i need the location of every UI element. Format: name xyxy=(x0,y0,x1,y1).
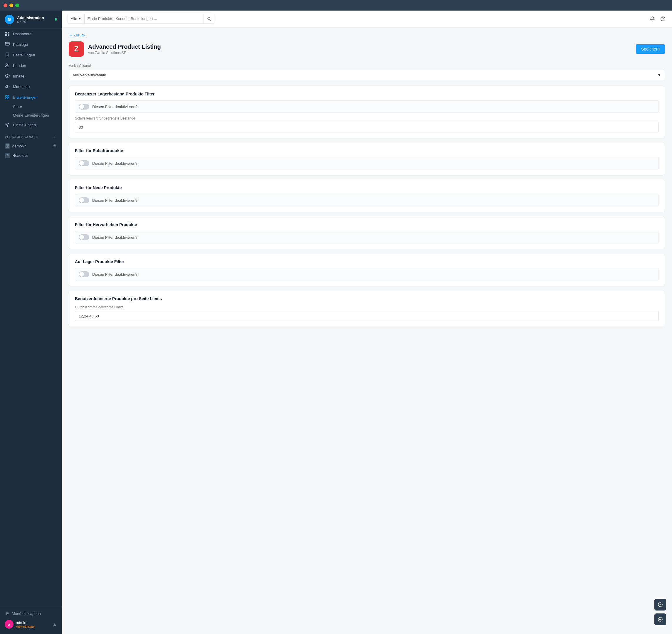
sidebar-version: 6.6.70 xyxy=(17,20,44,24)
section-title: Auf Lager Produkte Filter xyxy=(75,259,659,264)
page-title-block: Advanced Product Listing von Zweifa Solu… xyxy=(88,44,161,55)
sidebar-app-info: Administration 6.6.70 xyxy=(17,16,44,24)
toggle-hervorheben[interactable] xyxy=(79,234,89,240)
sidebar-subitem-label: Store xyxy=(13,104,22,109)
sidebar-item-inhalte[interactable]: Inhalte xyxy=(0,71,62,81)
toggle-label: Diesen Filter deaktivieren? xyxy=(92,272,138,277)
store-icon xyxy=(5,143,10,149)
svg-rect-2 xyxy=(5,34,7,36)
maximize-dot[interactable] xyxy=(15,3,19,7)
threshold-label: Schwellenwert für begrenzte Bestände xyxy=(75,116,659,120)
section-hervorheben: Filter für Hervorheben Produkte Diesen F… xyxy=(69,217,665,249)
section-title: Benutzerdefinierte Produkte pro Seite Li… xyxy=(75,296,659,301)
verkaufskanal-section: Verkaufskanal Alle Verkaufskanäle ▼ xyxy=(69,64,665,80)
section-benutzerdefinierte: Benutzerdefinierte Produkte pro Seite Li… xyxy=(69,291,665,327)
toggle-neue[interactable] xyxy=(79,197,89,203)
toggle-row-rabatt: Diesen Filter deaktivieren? xyxy=(75,157,659,169)
user-details: admin Administrator xyxy=(16,620,35,628)
limits-input[interactable] xyxy=(75,311,659,321)
sidebar-item-marketing[interactable]: Marketing xyxy=(0,81,62,92)
sales-channel-headless[interactable]: Headless xyxy=(0,151,62,160)
verkaufskanal-select[interactable]: Alle Verkaufskanäle ▼ xyxy=(69,70,665,80)
sidebar-item-einstellungen[interactable]: Einstellungen xyxy=(0,120,62,130)
toggle-row-hervorheben: Diesen Filter deaktivieren? xyxy=(75,231,659,243)
sidebar-item-dashboard[interactable]: Dashboard xyxy=(0,28,62,39)
sidebar-app-name: Administration xyxy=(17,16,44,20)
topbar: Alle ▼ xyxy=(62,10,672,27)
topbar-actions xyxy=(649,16,666,22)
search-button[interactable] xyxy=(204,14,214,24)
chevron-down-icon: ▼ xyxy=(657,73,661,77)
svg-point-10 xyxy=(6,64,8,66)
section-auflager: Auf Lager Produkte Filter Diesen Filter … xyxy=(69,254,665,286)
sidebar-item-label: Dashboard xyxy=(13,32,32,36)
svg-rect-1 xyxy=(8,32,9,33)
section-lagerbestand: Begrenzter Lagerbestand Produkte Filter … xyxy=(69,86,665,138)
sidebar-subitem-store[interactable]: Store xyxy=(0,102,62,111)
sidebar-item-erweiterungen[interactable]: Erweiterungen xyxy=(0,92,62,102)
threshold-input[interactable] xyxy=(75,122,659,132)
window-controls xyxy=(3,3,19,7)
sidebar-item-kataloge[interactable]: Kataloge xyxy=(0,39,62,50)
sidebar-item-kunden[interactable]: Kunden xyxy=(0,60,62,71)
layers-icon xyxy=(5,73,10,79)
file-icon xyxy=(5,52,10,57)
save-button[interactable]: Speichern xyxy=(636,44,665,54)
titlebar xyxy=(0,0,672,10)
nav-section: Dashboard Kataloge Bestellungen Kunden I… xyxy=(0,28,62,130)
sidebar-subitem-label: Meine Erweiterungen xyxy=(13,113,49,118)
float-button-2[interactable] xyxy=(654,613,666,625)
sidebar-item-label: Inhalte xyxy=(13,74,24,78)
close-dot[interactable] xyxy=(3,3,7,7)
notification-icon[interactable] xyxy=(649,16,655,22)
float-button-1[interactable] xyxy=(654,599,666,610)
sales-channel-label: Headless xyxy=(12,153,28,158)
page-header: Z Advanced Product Listing von Zweifa So… xyxy=(69,42,665,57)
toggle-label: Diesen Filter deaktivieren? xyxy=(92,104,138,109)
svg-point-24 xyxy=(663,20,663,20)
section-title: Filter für Hervorheben Produkte xyxy=(75,222,659,227)
toggle-row-auflager: Diesen Filter deaktivieren? xyxy=(75,268,659,281)
section-neue: Filter für Neue Produkte Diesen Filter d… xyxy=(69,180,665,212)
svg-point-21 xyxy=(208,17,210,20)
minimize-dot[interactable] xyxy=(9,3,13,7)
svg-line-20 xyxy=(7,154,8,156)
users-icon xyxy=(5,63,10,68)
sidebar-footer: Menü einklappen a admin Administrator ▲ xyxy=(0,606,62,634)
collapse-label: Menü einklappen xyxy=(12,611,41,616)
main-content: Alle ▼ ← Zurück Z Ad xyxy=(62,10,672,634)
toggle-lagerbestand[interactable] xyxy=(79,104,89,109)
sidebar-item-bestellungen[interactable]: Bestellungen xyxy=(0,50,62,60)
back-link[interactable]: ← Zurück xyxy=(69,33,665,37)
svg-rect-4 xyxy=(5,42,9,45)
toggle-auflager[interactable] xyxy=(79,271,89,277)
add-sales-channel-button[interactable]: ＋ xyxy=(52,134,57,140)
sidebar-item-label: Marketing xyxy=(13,84,30,89)
sidebar-logo: G xyxy=(5,15,14,24)
chevron-up-icon: ▲ xyxy=(52,622,57,627)
eye-icon[interactable]: 👁 xyxy=(53,144,57,148)
sales-channel-label: demo67 xyxy=(12,144,26,148)
sidebar-subitem-meine-erweiterungen[interactable]: Meine Erweiterungen xyxy=(0,111,62,120)
search-category-select[interactable]: Alle ▼ xyxy=(68,14,85,24)
content-area: ← Zurück Z Advanced Product Listing von … xyxy=(62,27,672,634)
help-icon[interactable] xyxy=(660,16,666,22)
puzzle-icon xyxy=(5,95,10,100)
grid-icon xyxy=(5,31,10,36)
svg-line-22 xyxy=(210,19,211,21)
collapse-menu-button[interactable]: Menü einklappen xyxy=(5,609,57,617)
app-icon: Z xyxy=(69,42,84,57)
toggle-row-neue: Diesen Filter deaktivieren? xyxy=(75,194,659,206)
user-profile[interactable]: a admin Administrator ▲ xyxy=(5,617,57,631)
tag-icon xyxy=(5,42,10,47)
user-name: admin xyxy=(16,620,35,625)
svg-rect-15 xyxy=(6,97,7,99)
svg-point-17 xyxy=(7,124,8,126)
sidebar-header: G Administration 6.6.70 xyxy=(0,10,62,28)
search-bar: Alle ▼ xyxy=(68,14,214,24)
code-icon xyxy=(5,153,10,158)
search-input[interactable] xyxy=(85,14,204,24)
sales-channel-demo67[interactable]: demo67 👁 xyxy=(0,141,62,151)
toggle-rabatt[interactable] xyxy=(79,160,89,166)
sidebar-item-label: Erweiterungen xyxy=(13,95,38,100)
